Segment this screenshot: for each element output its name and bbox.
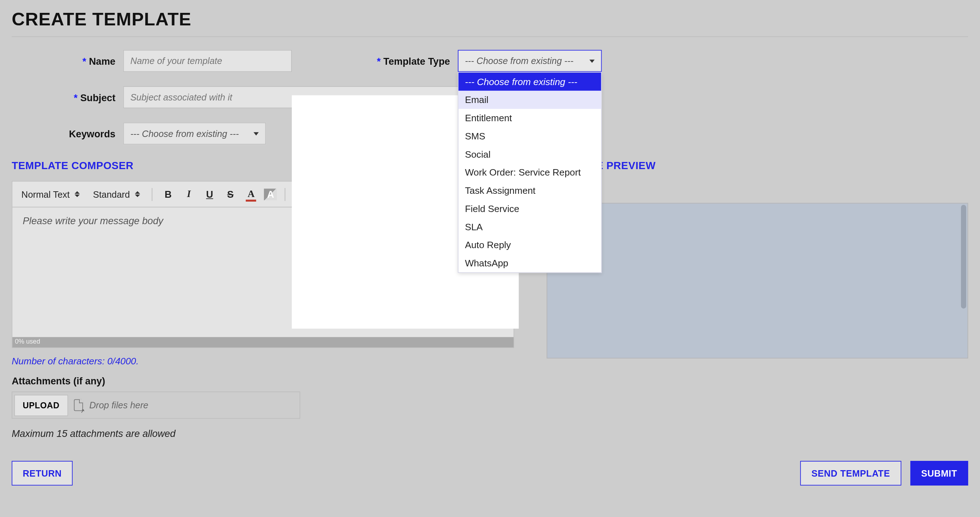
attachments-label: Attachments (if any) [12, 375, 514, 387]
indent-button[interactable] [367, 186, 382, 202]
max-attachments-label: Maximum 15 attachments are allowed [12, 428, 514, 439]
upload-row: UPLOAD Drop files here [12, 391, 301, 419]
submit-button[interactable]: SUBMIT [910, 461, 968, 485]
keywords-label: Keywords [12, 128, 116, 139]
sort-icon [135, 191, 140, 197]
subject-label: Subject [12, 92, 116, 103]
send-template-button[interactable]: SEND TEMPLATE [800, 461, 901, 485]
template-type-label: Template Type [366, 56, 450, 67]
drop-zone-label: Drop files here [89, 400, 148, 410]
align-left-button[interactable] [325, 186, 341, 202]
highlight-button[interactable]: A [264, 188, 277, 200]
char-count: Number of characters: 0/4000. [12, 356, 514, 366]
strike-button[interactable]: S [223, 186, 238, 202]
sort-icon [75, 191, 80, 197]
align-left-icon [328, 189, 338, 199]
style-select-value: Normal Text [21, 189, 70, 199]
preview-title: TEMPLATE PREVIEW [547, 160, 968, 172]
editor: Normal Text Standard B I U S A A [12, 181, 514, 348]
outdent-button[interactable] [346, 186, 361, 202]
style-select[interactable]: Normal Text [18, 186, 84, 202]
font-select-value: Standard [93, 189, 130, 199]
separator [285, 188, 285, 200]
separator [317, 188, 317, 200]
template-type-option[interactable]: Email [458, 91, 601, 109]
outdent-icon [348, 189, 359, 199]
drop-zone[interactable]: Drop files here [70, 399, 299, 411]
text-color-button[interactable]: A [243, 186, 259, 202]
template-type-option[interactable]: Task Assignment [458, 181, 601, 200]
font-select[interactable]: Standard [89, 186, 144, 202]
template-type-option[interactable]: --- Choose from existing --- [458, 73, 601, 91]
bold-button[interactable]: B [160, 186, 176, 202]
caret-down-icon [589, 59, 595, 62]
template-type-option[interactable]: Auto Reply [458, 236, 601, 254]
editor-usage: 0% used [12, 337, 513, 348]
editor-body[interactable]: Please write your message body [12, 207, 513, 337]
template-type-option[interactable]: Work Order: Service Report [458, 164, 601, 181]
keywords-select[interactable]: --- Choose from existing --- [123, 122, 266, 145]
template-type-option[interactable]: Social [458, 145, 601, 164]
caret-down-icon [254, 132, 259, 135]
template-type-option[interactable]: SMS [458, 127, 601, 145]
upload-button[interactable]: UPLOAD [14, 395, 68, 416]
editor-toolbar: Normal Text Standard B I U S A A [12, 181, 513, 208]
template-type-option[interactable]: Entitlement [458, 109, 601, 127]
name-label: Name [12, 56, 116, 67]
template-type-option[interactable]: Field Service [458, 199, 601, 218]
underline-button[interactable]: U [202, 186, 218, 202]
template-type-dropdown: --- Choose from existing --- Email Entit… [458, 72, 601, 273]
preview-scrollbar[interactable] [961, 205, 966, 309]
page-title: CREATE TEMPLATE [12, 9, 968, 30]
return-button[interactable]: RETURN [12, 461, 73, 485]
separator [152, 188, 153, 200]
preview-box [547, 203, 968, 358]
keywords-value: --- Choose from existing --- [130, 128, 239, 139]
template-type-option[interactable]: WhatsApp [458, 254, 601, 272]
template-type-select[interactable]: --- Choose from existing --- [458, 50, 601, 72]
file-drop-icon [74, 399, 83, 411]
composer-title: TEMPLATE COMPOSER [12, 160, 514, 172]
template-type-option[interactable]: SLA [458, 218, 601, 236]
link-icon [296, 189, 306, 199]
divider [12, 37, 968, 37]
template-type-value: --- Choose from existing --- [465, 56, 573, 66]
name-input[interactable] [123, 50, 291, 72]
indent-icon [369, 189, 379, 199]
italic-button[interactable]: I [181, 186, 197, 202]
link-button[interactable] [293, 186, 309, 202]
